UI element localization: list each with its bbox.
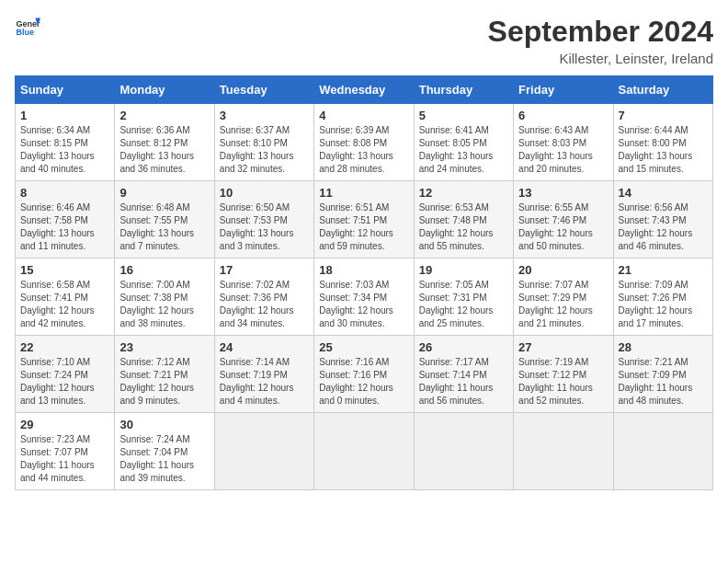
col-saturday: Saturday — [613, 76, 712, 104]
day-number: 16 — [119, 263, 209, 277]
day-number: 29 — [20, 418, 109, 431]
table-row: 25Sunrise: 7:16 AMSunset: 7:16 PMDayligh… — [314, 336, 414, 413]
calendar-table: Sunday Monday Tuesday Wednesday Thursday… — [15, 75, 713, 490]
table-row: 2Sunrise: 6:36 AMSunset: 8:12 PMDaylight… — [115, 104, 214, 181]
day-number: 2 — [119, 109, 209, 122]
table-row: 3Sunrise: 6:37 AMSunset: 8:10 PMDaylight… — [214, 104, 313, 181]
table-row: 12Sunrise: 6:53 AMSunset: 7:48 PMDayligh… — [414, 181, 513, 259]
table-row — [514, 413, 613, 490]
table-row: 21Sunrise: 7:09 AMSunset: 7:26 PMDayligh… — [613, 259, 712, 336]
col-sunday: Sunday — [16, 76, 115, 104]
cell-sunrise: Sunrise: 6:56 AMSunset: 7:43 PMDaylight:… — [619, 202, 693, 251]
cell-sunrise: Sunrise: 7:12 AMSunset: 7:21 PMDaylight:… — [119, 357, 194, 406]
title-area: September 2024 Killester, Leinster, Irel… — [488, 15, 713, 66]
table-row: 14Sunrise: 6:56 AMSunset: 7:43 PMDayligh… — [613, 181, 712, 259]
day-number: 10 — [220, 186, 309, 200]
table-row: 16Sunrise: 7:00 AMSunset: 7:38 PMDayligh… — [115, 259, 214, 336]
table-row: 7Sunrise: 6:44 AMSunset: 8:00 PMDaylight… — [613, 104, 712, 181]
table-row: 13Sunrise: 6:55 AMSunset: 7:46 PMDayligh… — [514, 181, 613, 259]
table-row: 19Sunrise: 7:05 AMSunset: 7:31 PMDayligh… — [414, 259, 513, 336]
table-row — [214, 413, 313, 490]
cell-sunrise: Sunrise: 7:00 AMSunset: 7:38 PMDaylight:… — [119, 280, 194, 328]
month-title: September 2024 — [488, 15, 713, 49]
day-number: 23 — [119, 340, 209, 354]
col-tuesday: Tuesday — [214, 76, 313, 104]
table-row: 24Sunrise: 7:14 AMSunset: 7:19 PMDayligh… — [214, 336, 313, 413]
table-row: 4Sunrise: 6:39 AMSunset: 8:08 PMDaylight… — [314, 104, 414, 181]
day-number: 7 — [619, 109, 708, 122]
day-number: 13 — [518, 186, 608, 200]
cell-sunrise: Sunrise: 7:24 AMSunset: 7:04 PMDaylight:… — [119, 434, 194, 483]
cell-sunrise: Sunrise: 6:58 AMSunset: 7:41 PMDaylight:… — [20, 280, 95, 328]
cell-sunrise: Sunrise: 6:46 AMSunset: 7:58 PMDaylight:… — [20, 202, 95, 251]
col-monday: Monday — [115, 76, 214, 104]
cell-sunrise: Sunrise: 7:07 AMSunset: 7:29 PMDaylight:… — [518, 280, 593, 328]
table-row: 20Sunrise: 7:07 AMSunset: 7:29 PMDayligh… — [514, 259, 613, 336]
cell-sunrise: Sunrise: 6:51 AMSunset: 7:51 PMDaylight:… — [319, 202, 393, 251]
cell-sunrise: Sunrise: 7:09 AMSunset: 7:26 PMDaylight:… — [619, 280, 693, 328]
cell-sunrise: Sunrise: 7:14 AMSunset: 7:19 PMDaylight:… — [220, 357, 294, 406]
day-number: 22 — [20, 340, 109, 354]
table-row: 29Sunrise: 7:23 AMSunset: 7:07 PMDayligh… — [16, 413, 115, 490]
day-number: 12 — [419, 186, 508, 200]
cell-sunrise: Sunrise: 7:19 AMSunset: 7:12 PMDaylight:… — [518, 357, 593, 406]
calendar-week-5: 29Sunrise: 7:23 AMSunset: 7:07 PMDayligh… — [16, 413, 713, 490]
day-number: 8 — [20, 186, 109, 200]
cell-sunrise: Sunrise: 6:41 AMSunset: 8:05 PMDaylight:… — [419, 125, 494, 174]
location-title: Killester, Leinster, Ireland — [488, 51, 713, 66]
cell-sunrise: Sunrise: 6:39 AMSunset: 8:08 PMDaylight:… — [319, 125, 393, 174]
table-row — [314, 413, 414, 490]
calendar-week-3: 15Sunrise: 6:58 AMSunset: 7:41 PMDayligh… — [16, 259, 713, 336]
cell-sunrise: Sunrise: 6:48 AMSunset: 7:55 PMDaylight:… — [119, 202, 194, 251]
table-row: 17Sunrise: 7:02 AMSunset: 7:36 PMDayligh… — [214, 259, 313, 336]
col-thursday: Thursday — [414, 76, 513, 104]
calendar-week-4: 22Sunrise: 7:10 AMSunset: 7:24 PMDayligh… — [16, 336, 713, 413]
day-number: 26 — [419, 340, 508, 354]
day-number: 3 — [220, 109, 309, 122]
table-row: 6Sunrise: 6:43 AMSunset: 8:03 PMDaylight… — [514, 104, 613, 181]
header-row: Sunday Monday Tuesday Wednesday Thursday… — [16, 76, 713, 104]
table-row: 8Sunrise: 6:46 AMSunset: 7:58 PMDaylight… — [16, 181, 115, 259]
day-number: 14 — [619, 186, 708, 200]
day-number: 17 — [220, 263, 309, 277]
table-row: 28Sunrise: 7:21 AMSunset: 7:09 PMDayligh… — [613, 336, 712, 413]
calendar-week-1: 1Sunrise: 6:34 AMSunset: 8:15 PMDaylight… — [16, 104, 713, 181]
cell-sunrise: Sunrise: 6:44 AMSunset: 8:00 PMDaylight:… — [619, 125, 693, 174]
table-row: 10Sunrise: 6:50 AMSunset: 7:53 PMDayligh… — [214, 181, 313, 259]
cell-sunrise: Sunrise: 7:03 AMSunset: 7:34 PMDaylight:… — [319, 280, 393, 328]
cell-sunrise: Sunrise: 7:02 AMSunset: 7:36 PMDaylight:… — [220, 280, 294, 328]
day-number: 30 — [119, 418, 209, 431]
logo: General Blue — [15, 15, 40, 40]
day-number: 20 — [518, 263, 608, 277]
logo-icon: General Blue — [15, 15, 40, 40]
day-number: 21 — [619, 263, 708, 277]
table-row — [613, 413, 712, 490]
table-row: 23Sunrise: 7:12 AMSunset: 7:21 PMDayligh… — [115, 336, 214, 413]
day-number: 6 — [518, 109, 608, 122]
table-row — [414, 413, 513, 490]
cell-sunrise: Sunrise: 7:17 AMSunset: 7:14 PMDaylight:… — [419, 357, 494, 406]
table-row: 11Sunrise: 6:51 AMSunset: 7:51 PMDayligh… — [314, 181, 414, 259]
day-number: 18 — [319, 263, 408, 277]
cell-sunrise: Sunrise: 6:53 AMSunset: 7:48 PMDaylight:… — [419, 202, 494, 251]
table-row: 26Sunrise: 7:17 AMSunset: 7:14 PMDayligh… — [414, 336, 513, 413]
day-number: 24 — [220, 340, 309, 354]
page-header: General Blue September 2024 Killester, L… — [15, 15, 713, 66]
calendar-week-2: 8Sunrise: 6:46 AMSunset: 7:58 PMDaylight… — [16, 181, 713, 259]
day-number: 1 — [20, 109, 109, 122]
day-number: 15 — [20, 263, 109, 277]
col-wednesday: Wednesday — [314, 76, 414, 104]
table-row: 15Sunrise: 6:58 AMSunset: 7:41 PMDayligh… — [16, 259, 115, 336]
table-row: 9Sunrise: 6:48 AMSunset: 7:55 PMDaylight… — [115, 181, 214, 259]
day-number: 9 — [119, 186, 209, 200]
cell-sunrise: Sunrise: 6:36 AMSunset: 8:12 PMDaylight:… — [119, 125, 194, 174]
day-number: 25 — [319, 340, 408, 354]
cell-sunrise: Sunrise: 6:43 AMSunset: 8:03 PMDaylight:… — [518, 125, 593, 174]
day-number: 5 — [419, 109, 508, 122]
col-friday: Friday — [514, 76, 613, 104]
cell-sunrise: Sunrise: 6:55 AMSunset: 7:46 PMDaylight:… — [518, 202, 593, 251]
cell-sunrise: Sunrise: 7:21 AMSunset: 7:09 PMDaylight:… — [619, 357, 693, 406]
table-row: 22Sunrise: 7:10 AMSunset: 7:24 PMDayligh… — [16, 336, 115, 413]
cell-sunrise: Sunrise: 7:23 AMSunset: 7:07 PMDaylight:… — [20, 434, 95, 483]
cell-sunrise: Sunrise: 7:05 AMSunset: 7:31 PMDaylight:… — [419, 280, 494, 328]
